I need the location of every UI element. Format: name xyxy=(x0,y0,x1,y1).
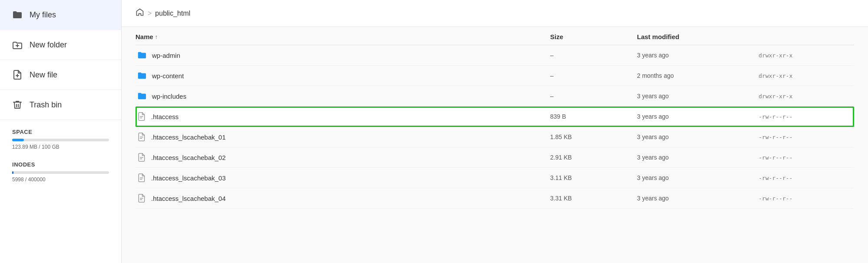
table-row[interactable]: wp-includes – 3 years ago drwxr-xr-x xyxy=(135,86,854,107)
sidebar-item-new-folder[interactable]: New folder xyxy=(0,30,121,60)
plus-file-icon xyxy=(12,70,23,80)
trash-icon xyxy=(12,100,23,110)
file-permissions: -rw-r--r-- xyxy=(759,195,854,202)
space-section: Space 123.89 MB / 100 GB xyxy=(0,120,121,153)
file-modified: 2 months ago xyxy=(637,72,759,79)
file-size: 1.85 KB xyxy=(550,133,637,140)
file-name-cell: .htaccess xyxy=(135,112,550,121)
file-modified: 3 years ago xyxy=(637,154,759,161)
space-progress-bar xyxy=(12,139,24,141)
sidebar-item-label-new-file: New file xyxy=(30,70,57,80)
file-modified: 3 years ago xyxy=(637,113,759,120)
inodes-progress-container xyxy=(12,171,109,174)
file-name-cell: wp-content xyxy=(135,71,550,80)
file-modified: 3 years ago xyxy=(637,195,759,202)
file-name-cell: .htaccess_lscachebak_01 xyxy=(135,132,550,142)
table-row[interactable]: .htaccess_lscachebak_02 2.91 KB 3 years … xyxy=(135,147,854,168)
main-content: > public_html Name ↑ Size Last modified … xyxy=(122,0,868,263)
space-progress-container xyxy=(12,139,109,141)
table-header: Name ↑ Size Last modified xyxy=(135,27,854,45)
file-size: – xyxy=(550,93,637,100)
sidebar-item-trash-bin[interactable]: Trash bin xyxy=(0,90,121,120)
col-size[interactable]: Size xyxy=(550,33,637,40)
col-name[interactable]: Name ↑ xyxy=(135,33,550,40)
sidebar-item-my-files[interactable]: My files xyxy=(0,0,121,30)
table-row[interactable]: .htaccess 839 B 3 years ago -rw-r--r-- xyxy=(135,107,854,127)
file-modified: 3 years ago xyxy=(637,52,759,59)
space-title: Space xyxy=(12,129,109,135)
file-size: 839 B xyxy=(550,113,637,120)
breadcrumb: > public_html xyxy=(122,0,868,27)
file-name-cell: wp-includes xyxy=(135,91,550,101)
table-rows-container: wp-admin – 3 years ago drwxr-xr-x wp-con… xyxy=(135,45,854,209)
file-name: .htaccess_lscachebak_03 xyxy=(151,174,226,182)
file-permissions: drwxr-xr-x xyxy=(759,73,854,79)
sidebar-item-new-file[interactable]: New file xyxy=(0,60,121,90)
file-name-cell: .htaccess_lscachebak_03 xyxy=(135,173,550,183)
inodes-section: Inodes 5998 / 400000 xyxy=(0,153,121,185)
sidebar: My files New folder New file Trash bin S… xyxy=(0,0,122,263)
sidebar-item-label-trash-bin: Trash bin xyxy=(30,100,62,110)
col-permissions xyxy=(759,33,854,40)
file-icon xyxy=(137,173,146,183)
file-name: .htaccess_lscachebak_04 xyxy=(151,195,226,202)
file-icon xyxy=(137,132,146,142)
file-modified: 3 years ago xyxy=(637,133,759,140)
file-permissions: drwxr-xr-x xyxy=(759,52,854,59)
file-name: wp-admin xyxy=(152,52,180,59)
folder-icon xyxy=(137,71,147,80)
file-modified: 3 years ago xyxy=(637,174,759,181)
folder-icon xyxy=(137,91,147,101)
file-name: wp-content xyxy=(152,72,184,80)
sidebar-item-label-my-files: My files xyxy=(30,10,56,20)
file-name-cell: .htaccess_lscachebak_02 xyxy=(135,153,550,162)
file-name: .htaccess xyxy=(151,113,178,120)
file-size: 3.31 KB xyxy=(550,195,637,202)
folder-icon xyxy=(137,50,147,60)
home-icon[interactable] xyxy=(135,8,144,19)
file-permissions: -rw-r--r-- xyxy=(759,154,854,161)
file-icon xyxy=(137,112,146,121)
folder-icon xyxy=(12,10,23,20)
file-size: 3.11 KB xyxy=(550,174,637,181)
file-table: Name ↑ Size Last modified wp-admin – 3 y… xyxy=(122,27,868,263)
file-name: wp-includes xyxy=(152,93,186,100)
breadcrumb-current: public_html xyxy=(155,10,190,17)
file-name: .htaccess_lscachebak_01 xyxy=(151,133,226,141)
file-name-cell: wp-admin xyxy=(135,50,550,60)
col-modified[interactable]: Last modified xyxy=(637,33,759,40)
file-size: – xyxy=(550,72,637,79)
sidebar-item-label-new-folder: New folder xyxy=(30,40,67,50)
inodes-title: Inodes xyxy=(12,161,109,168)
plus-folder-icon xyxy=(12,40,23,50)
file-size: – xyxy=(550,52,637,59)
file-name: .htaccess_lscachebak_02 xyxy=(151,154,226,161)
space-value: 123.89 MB / 100 GB xyxy=(12,144,109,150)
file-modified: 3 years ago xyxy=(637,93,759,100)
table-row[interactable]: wp-content – 2 months ago drwxr-xr-x xyxy=(135,66,854,86)
inodes-value: 5998 / 400000 xyxy=(12,176,109,183)
file-permissions: -rw-r--r-- xyxy=(759,113,854,120)
file-icon xyxy=(137,153,146,162)
file-name-cell: .htaccess_lscachebak_04 xyxy=(135,193,550,203)
file-permissions: -rw-r--r-- xyxy=(759,134,854,140)
table-row[interactable]: wp-admin – 3 years ago drwxr-xr-x xyxy=(135,45,854,66)
sort-arrow: ↑ xyxy=(155,33,158,40)
file-icon xyxy=(137,193,146,203)
inodes-progress-bar xyxy=(12,171,13,174)
file-permissions: drwxr-xr-x xyxy=(759,93,854,100)
file-permissions: -rw-r--r-- xyxy=(759,175,854,181)
table-row[interactable]: .htaccess_lscachebak_01 1.85 KB 3 years … xyxy=(135,127,854,147)
table-row[interactable]: .htaccess_lscachebak_04 3.31 KB 3 years … xyxy=(135,188,854,209)
table-row[interactable]: .htaccess_lscachebak_03 3.11 KB 3 years … xyxy=(135,168,854,188)
breadcrumb-separator: > xyxy=(148,10,152,17)
file-size: 2.91 KB xyxy=(550,154,637,161)
